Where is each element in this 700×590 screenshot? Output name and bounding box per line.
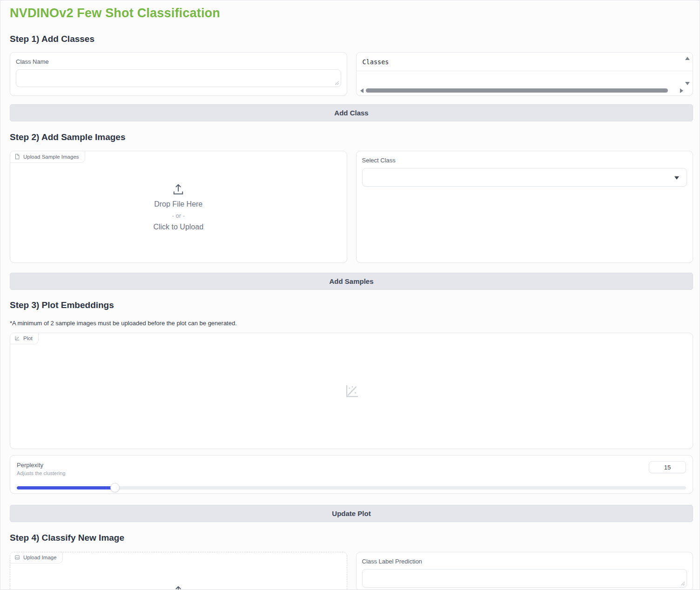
image-icon xyxy=(14,555,20,560)
step4-row: Upload Image Class Label Prediction xyxy=(10,552,693,590)
upload-image-tab-label: Upload Image xyxy=(23,555,57,560)
update-plot-button[interactable]: Update Plot xyxy=(10,505,693,522)
upload-image-tab: Upload Image xyxy=(10,552,63,563)
prediction-card: Class Label Prediction xyxy=(356,552,693,590)
plot-tab-label: Plot xyxy=(23,335,33,341)
upload-icon xyxy=(171,182,185,196)
horizontal-scrollbar[interactable] xyxy=(360,87,684,94)
step1-heading: Step 1) Add Classes xyxy=(10,34,693,44)
select-class-card: Select Class xyxy=(356,151,693,263)
plot-area: Plot xyxy=(10,333,693,449)
scrollbar-thumb[interactable] xyxy=(366,88,668,93)
classes-dataframe[interactable]: Classes xyxy=(356,52,693,96)
add-class-button[interactable]: Add Class xyxy=(10,104,693,121)
chart-icon xyxy=(14,335,20,341)
perplexity-label: Perplexity xyxy=(17,462,686,469)
resize-grip-icon[interactable] xyxy=(680,581,685,586)
resize-grip-icon[interactable] xyxy=(335,80,339,85)
upload-sample-images-tab: Upload Sample Images xyxy=(10,151,85,163)
upload-icon xyxy=(171,584,185,590)
class-name-card: Class Name xyxy=(10,52,347,96)
scroll-down-icon[interactable] xyxy=(685,82,690,85)
plot-note: *A minimum of 2 sample images must be up… xyxy=(10,320,693,327)
plot-placeholder xyxy=(343,383,359,399)
step1-row: Class Name Classes xyxy=(10,52,693,96)
step2-row: Upload Sample Images Drop File Here - or… xyxy=(10,151,693,263)
plot-tab: Plot xyxy=(10,333,39,344)
step2-heading: Step 2) Add Sample Images xyxy=(10,132,693,142)
slider-fill xyxy=(17,486,115,489)
chevron-down-icon[interactable] xyxy=(674,176,679,180)
file-icon xyxy=(14,154,20,160)
page-title: NVDINOv2 Few Shot Classification xyxy=(10,6,693,20)
classes-column-header: Classes xyxy=(363,58,389,66)
perplexity-card: Perplexity Adjusts the clustering xyxy=(10,455,693,494)
app-page: NVDINOv2 Few Shot Classification Step 1)… xyxy=(0,0,700,590)
or-text: - or - xyxy=(172,212,185,219)
classes-table-header-row: Classes xyxy=(357,53,693,71)
select-class-label: Select Class xyxy=(362,157,687,164)
perplexity-value-input[interactable] xyxy=(649,461,686,473)
classify-image-dropzone[interactable]: Upload Image xyxy=(10,552,347,590)
add-samples-button[interactable]: Add Samples xyxy=(10,273,693,290)
step3-heading: Step 3) Plot Embeddings xyxy=(10,300,693,310)
scroll-left-icon[interactable] xyxy=(360,88,363,93)
step4-heading: Step 4) Classify New Image xyxy=(10,533,693,543)
prediction-output xyxy=(362,569,687,588)
slider-handle[interactable] xyxy=(110,483,120,492)
scroll-up-icon[interactable] xyxy=(685,57,690,60)
click-to-upload-text[interactable]: Click to Upload xyxy=(153,223,203,231)
class-name-label: Class Name xyxy=(16,58,341,65)
dropzone-content: Drop File Here - or - Click to Upload xyxy=(10,151,347,262)
prediction-label: Class Label Prediction xyxy=(362,558,687,565)
scatter-placeholder-icon xyxy=(343,383,359,399)
perplexity-info: Adjusts the clustering xyxy=(17,470,686,476)
select-class-dropdown[interactable] xyxy=(362,168,687,187)
scroll-right-icon[interactable] xyxy=(680,88,683,93)
drop-file-text: Drop File Here xyxy=(154,200,202,208)
sample-images-dropzone[interactable]: Upload Sample Images Drop File Here - or… xyxy=(10,151,347,263)
vertical-scrollbar[interactable] xyxy=(685,57,690,85)
class-name-input[interactable] xyxy=(16,69,341,87)
perplexity-slider[interactable] xyxy=(17,483,686,492)
upload-tab-label: Upload Sample Images xyxy=(23,154,79,160)
